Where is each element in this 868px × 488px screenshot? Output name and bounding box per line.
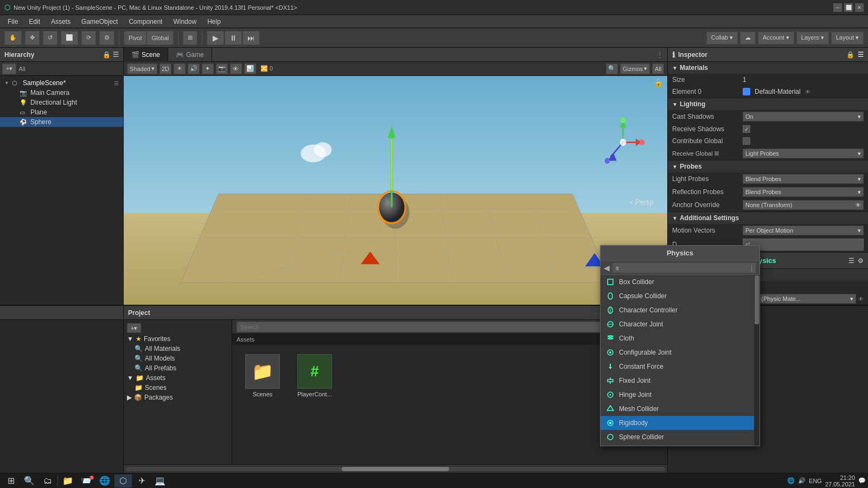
mesh-collider-item[interactable]: Mesh Collider [601,402,760,416]
element0-eye-icon[interactable]: 👁 [805,89,810,95]
directional-light-item[interactable]: 💡 Directional Light [0,98,123,107]
additional-settings-header[interactable]: ▼ Additional Settings [668,212,868,224]
cloth-item[interactable]: Cloth [601,331,760,345]
character-controller-item[interactable]: Character Controller [601,303,760,317]
anchor-override-dropdown[interactable]: None (Transform) 👁 [743,200,864,210]
menu-help[interactable]: Help [202,17,226,27]
transform-tool-button[interactable]: ⚙ [99,31,114,45]
reflection-probes-dropdown[interactable]: Blend Probes ▾ [743,187,864,197]
constant-force-item[interactable]: Constant Force [601,359,760,374]
all-models-item[interactable]: 🔍 All Models [124,354,232,363]
cloud-build-button[interactable]: ☁ [740,31,756,44]
hand-tool-button[interactable]: ✋ [4,31,22,45]
close-button[interactable]: ✕ [855,3,864,12]
spring-joint-item[interactable]: Spring Joint [601,444,760,446]
move-tool-button[interactable]: ✥ [25,31,40,45]
layers-button[interactable]: Layers ▾ [796,31,829,44]
unity-taskbar-button[interactable]: ⬡ [114,474,132,487]
taskbar-network-icon[interactable]: 🌐 [787,477,795,484]
scene-lock-icon[interactable]: 🔒 [654,78,663,87]
collab-button[interactable]: Collab ▾ [706,31,738,44]
telegram-button[interactable]: ✈ [133,474,150,487]
explorer-button[interactable]: 📁 [59,474,76,487]
taskbar-notification-icon[interactable]: 💬 [858,477,866,484]
rigidbody-item[interactable]: Rigidbody [601,416,760,430]
configurable-joint-item[interactable]: Configurable Joint [601,345,760,359]
physics-search-input[interactable] [616,265,751,271]
scenes-asset-item[interactable]: 📁 Scenes [241,354,284,397]
probes-section-header[interactable]: ▼ Probes [668,160,868,172]
menu-assets[interactable]: Assets [46,17,76,27]
sphere-collider-item[interactable]: Sphere Collider [601,430,760,444]
fixed-joint-item[interactable]: Fixed Joint [601,374,760,388]
scene-all-icon[interactable]: All [652,63,664,74]
2d-toggle[interactable]: 2D [159,63,171,74]
physics-bar-menu-icon[interactable]: ☰ [848,257,854,265]
menu-edit[interactable]: Edit [23,17,46,27]
maximize-button[interactable]: ⬜ [844,3,853,12]
search-button[interactable]: 🔍 [21,474,38,487]
hierarchy-add-button[interactable]: +▾ [2,63,16,74]
cast-shadows-dropdown[interactable]: On ▾ [743,112,864,121]
character-joint-item[interactable]: Character Joint [601,317,760,331]
camera-toggle[interactable]: 📷 [216,63,228,74]
scene-tab[interactable]: 🎬 Scene [124,48,168,62]
favorites-item[interactable]: ▼ ★ Favorites [124,334,232,344]
plane-item[interactable]: ▭ Plane [0,107,123,117]
assets-search-input[interactable] [237,322,617,332]
menu-gameobject[interactable]: GameObject [76,17,123,27]
assets-tree-item[interactable]: ▼ 📁 Assets [124,373,232,383]
gizmos-dropdown[interactable]: Gizmos ▾ [620,63,650,74]
motion-vectors-dropdown[interactable]: Per Object Motion ▾ [743,226,864,235]
menu-window[interactable]: Window [168,17,202,27]
all-materials-item[interactable]: 🔍 All Materials [124,344,232,354]
all-prefabs-item[interactable]: 🔍 All Prefabs [124,363,232,373]
packages-tree-item[interactable]: ▶ 📦 Packages [124,393,232,402]
menu-component[interactable]: Component [123,17,168,27]
project-scrollbar-thumb[interactable] [342,467,450,471]
anchor-override-eye-icon[interactable]: 👁 [856,202,861,208]
scene-options-icon[interactable]: ⋮ [652,51,667,59]
minimize-button[interactable]: ─ [833,3,842,12]
light-probes-dropdown[interactable]: Blend Probes ▾ [743,174,864,184]
dynamic-occlusion-input[interactable] [745,241,861,248]
main-camera-item[interactable]: 📷 Main Camera [0,88,123,98]
inspector-lock-icon[interactable]: 🔒 [846,51,854,59]
global-button[interactable]: Global [146,31,174,45]
hinge-joint-item[interactable]: Hinge Joint [601,388,760,402]
layout-button[interactable]: Layout ▾ [831,31,864,44]
contribute-global-checkbox[interactable] [743,137,750,145]
game-tab[interactable]: 🎮 Game [168,48,212,62]
play-button[interactable]: ▶ [207,31,224,45]
rect-tool-button[interactable]: ⟳ [81,31,96,45]
inspector-menu-icon[interactable]: ☰ [858,51,864,59]
audio-toggle[interactable]: 🔊 [188,63,200,74]
physics-nav-back-icon[interactable]: ◀ [604,264,610,272]
scene-menu-icon[interactable]: ☰ [114,80,119,86]
physics-bar-config-icon[interactable]: ⚙ [858,257,864,265]
shading-dropdown[interactable]: Shaded ▾ [127,63,157,74]
step-button[interactable]: ⏭ [242,31,260,45]
menu-file[interactable]: File [2,17,23,27]
start-button[interactable]: ⊞ [2,474,20,487]
stats-toggle[interactable]: 📊 [244,63,256,74]
search-scene-icon[interactable]: 🔍 [606,63,618,74]
effects-toggle[interactable]: ✦ [202,63,214,74]
playercontroller-asset-item[interactable]: # PlayerCont... [293,354,336,397]
scale-tool-button[interactable]: ⬜ [61,31,78,45]
scene-item[interactable]: ▼ ⬡ SampleScene* ☰ [0,78,123,88]
hierarchy-lock-icon[interactable]: 🔒 [103,51,111,59]
hierarchy-menu-icon[interactable]: ☰ [113,51,119,59]
project-add-button[interactable]: +▾ [127,323,141,333]
occlusion-toggle[interactable]: 👁 [230,63,242,74]
taskview-button[interactable]: 🗂 [39,474,56,487]
taskbar-volume-icon[interactable]: 🔊 [798,477,806,484]
pivot-button[interactable]: Pivot [124,31,146,45]
receive-shadows-checkbox[interactable]: ✓ [743,125,750,133]
scenes-tree-item[interactable]: 📁 Scenes [124,383,232,393]
vs-button[interactable]: 💻 [151,474,169,487]
account-button[interactable]: Account ▾ [758,31,794,44]
material-2-eye-icon[interactable]: 👁 [858,296,864,302]
lighting-toggle[interactable]: ☀ [174,63,186,74]
browser-button[interactable]: 🌐 [96,474,113,487]
